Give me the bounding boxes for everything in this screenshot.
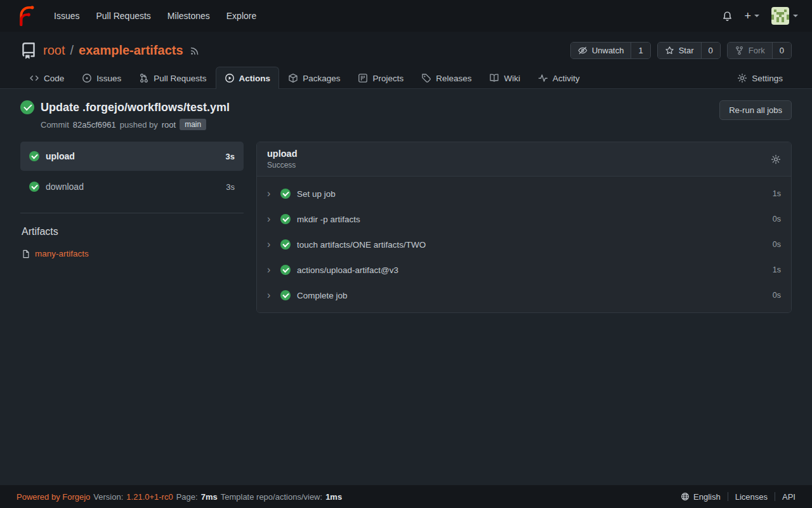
nav-issues[interactable]: Issues — [46, 6, 88, 26]
rerun-all-jobs-button[interactable]: Re-run all jobs — [719, 100, 792, 120]
book-icon — [489, 73, 499, 83]
project-board-icon — [358, 73, 368, 83]
step-row[interactable]: › mkdir -p artifacts 0s — [257, 206, 791, 232]
watchers-count[interactable]: 1 — [631, 43, 650, 58]
tab-pull-requests[interactable]: Pull Requests — [130, 67, 215, 89]
footer-info: Powered by Forgejo Version: 1.21.0+1-rc0… — [16, 492, 342, 502]
nav-pull-requests[interactable]: Pull Requests — [88, 6, 159, 26]
repo-title: root / example-artifacts — [43, 43, 183, 58]
nav-milestones[interactable]: Milestones — [159, 6, 218, 26]
pulse-icon — [538, 73, 548, 83]
step-name: actions/upload-artifact@v3 — [297, 265, 398, 275]
branch-badge[interactable]: main — [180, 119, 206, 130]
file-icon — [22, 250, 30, 258]
step-row[interactable]: › touch artifacts/ONE artifacts/TWO 0s — [257, 232, 791, 257]
package-icon — [288, 73, 298, 83]
tab-issues[interactable]: Issues — [73, 67, 130, 89]
nav-explore[interactable]: Explore — [218, 6, 265, 26]
issue-icon — [82, 73, 92, 83]
repo-name-link[interactable]: example-artifacts — [79, 43, 183, 58]
repo-owner-link[interactable]: root — [43, 43, 65, 58]
job-item-upload[interactable]: upload 3s — [20, 142, 244, 171]
tab-packages[interactable]: Packages — [279, 67, 349, 89]
step-row[interactable]: › Complete job 0s — [257, 283, 791, 308]
tab-projects[interactable]: Projects — [349, 67, 412, 89]
step-duration: 0s — [773, 215, 781, 224]
page-time-label: Page: — [176, 492, 198, 502]
api-link[interactable]: API — [782, 492, 796, 502]
code-icon — [29, 73, 39, 83]
forgejo-logo-icon[interactable] — [14, 5, 36, 27]
success-check-icon — [20, 100, 34, 114]
success-check-icon — [280, 214, 291, 224]
tab-activity[interactable]: Activity — [529, 67, 589, 89]
step-duration: 1s — [773, 265, 781, 274]
plus-icon: + — [744, 11, 751, 20]
tab-releases[interactable]: Releases — [412, 67, 480, 89]
tab-settings[interactable]: Settings — [728, 67, 792, 89]
page-time-value: 7ms — [201, 492, 218, 502]
tab-label: Packages — [303, 74, 340, 83]
artifacts-heading: Artifacts — [22, 226, 244, 237]
star-icon — [665, 46, 674, 55]
eye-slash-icon — [578, 46, 587, 55]
job-options-gear-icon[interactable] — [771, 154, 781, 164]
success-check-icon — [280, 265, 291, 275]
footer-links: English Licenses API — [681, 492, 796, 502]
licenses-link[interactable]: Licenses — [735, 492, 768, 502]
template-time-value: 1ms — [325, 492, 342, 502]
watch-button-group: Unwatch 1 — [570, 42, 651, 59]
unwatch-label: Unwatch — [592, 46, 624, 55]
fork-button-group: Fork 0 — [727, 42, 792, 59]
bell-icon — [722, 11, 733, 22]
star-button[interactable]: Star — [658, 43, 701, 58]
chevron-right-icon: › — [267, 214, 274, 224]
chevron-right-icon: › — [267, 239, 274, 250]
job-detail-title: upload — [267, 149, 298, 159]
star-label: Star — [679, 46, 694, 55]
repo-tabs: Code Issues Pull Requests — [20, 67, 792, 89]
gear-icon — [737, 73, 747, 83]
run-header: Update .forgejo/workflows/test.yml Commi… — [20, 100, 792, 130]
unwatch-button[interactable]: Unwatch — [571, 43, 631, 58]
tab-label: Projects — [372, 74, 403, 83]
tab-actions[interactable]: Actions — [216, 67, 280, 89]
powered-by-link[interactable]: Powered by Forgejo — [16, 492, 90, 502]
divider — [20, 213, 244, 213]
steps-list: › Set up job 1s › mkdir -p artifacts 0s … — [257, 177, 791, 312]
tab-label: Pull Requests — [154, 74, 206, 83]
tab-code[interactable]: Code — [20, 67, 73, 89]
stars-count[interactable]: 0 — [701, 43, 720, 58]
step-row[interactable]: › Set up job 1s — [257, 181, 791, 206]
step-duration: 1s — [773, 189, 781, 198]
create-new-button[interactable]: + — [738, 8, 765, 24]
language-selector[interactable]: English — [681, 492, 721, 502]
repo-action-buttons: Unwatch 1 Star 0 — [570, 42, 792, 59]
step-name: Set up job — [297, 189, 336, 199]
step-name: mkdir -p artifacts — [297, 215, 360, 224]
version-link[interactable]: 1.21.0+1-rc0 — [126, 492, 173, 502]
step-row[interactable]: › actions/upload-artifact@v3 1s — [257, 257, 791, 283]
footer: Powered by Forgejo Version: 1.21.0+1-rc0… — [0, 485, 812, 508]
commit-sha-link[interactable]: 82a5cf6961 — [73, 120, 116, 130]
success-check-icon — [280, 189, 291, 199]
success-check-icon — [280, 290, 291, 300]
version-label: Version: — [93, 492, 123, 502]
notifications-button[interactable] — [716, 7, 738, 25]
tab-wiki[interactable]: Wiki — [480, 67, 529, 89]
success-check-icon — [280, 239, 291, 250]
rss-icon[interactable] — [190, 46, 200, 56]
success-check-icon — [29, 182, 39, 192]
play-circle-icon — [225, 73, 235, 83]
fork-button[interactable]: Fork — [728, 43, 772, 58]
artifact-link-many-artifacts[interactable]: many-artifacts — [22, 249, 244, 258]
job-item-download[interactable]: download 3s — [20, 172, 244, 201]
repo-icon — [20, 43, 37, 59]
user-menu-button[interactable] — [771, 7, 798, 25]
forks-count[interactable]: 0 — [772, 43, 791, 58]
tab-label: Wiki — [504, 74, 520, 83]
run-title: Update .forgejo/workflows/test.yml — [41, 101, 230, 114]
job-detail-header: upload Success — [257, 142, 791, 177]
divider — [728, 492, 728, 501]
pusher-link[interactable]: root — [162, 120, 176, 130]
